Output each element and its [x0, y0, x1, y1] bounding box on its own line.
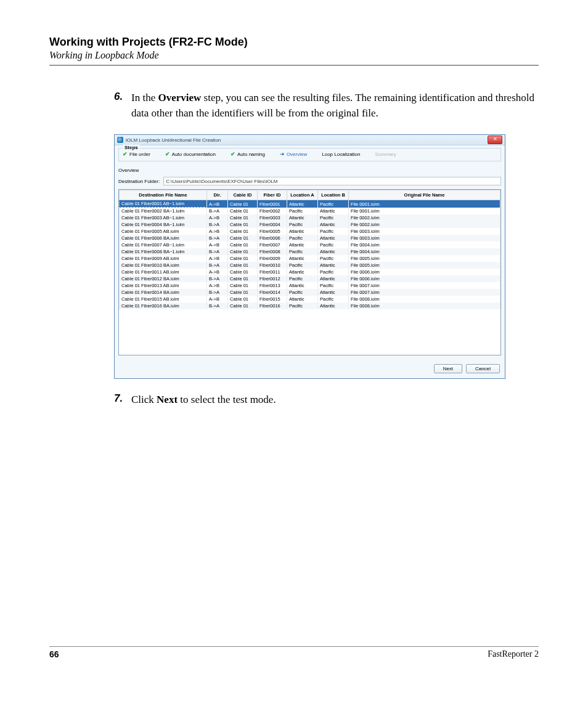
cell: Fiber0011 [258, 269, 287, 275]
close-icon[interactable]: ✕ [488, 136, 502, 144]
table-row[interactable]: Cable 01 Fiber0007 AB~1.iolmA->BCable 01… [120, 241, 500, 248]
cell: Fiber0016 [258, 302, 287, 309]
table-row[interactable]: Cable 01 Fiber0003 AB~1.iolmA->BCable 01… [120, 214, 500, 221]
cell: Fiber0015 [258, 296, 287, 302]
cell: Cable 01 [228, 282, 258, 289]
wizard-window: iOLM Loopback Unidirectional File Creati… [114, 134, 505, 379]
cell: B->A [207, 289, 228, 296]
cell: File 0005.iolm [349, 255, 500, 262]
cell: File 0004.iolm [349, 241, 500, 248]
col-dir[interactable]: Dir. [207, 190, 228, 200]
cell: Cable 01 [228, 275, 258, 282]
cell: B->A [207, 302, 228, 309]
col-destination[interactable]: Destination File Name [120, 190, 207, 200]
cell: A->B [207, 228, 228, 235]
cell: Cable 01 Fiber0012 BA.iolm [120, 275, 207, 282]
col-location-b[interactable]: Location B [318, 190, 349, 200]
cell: File 0005.iolm [349, 262, 500, 269]
table-row[interactable]: Cable 01 Fiber0002 BA~1.iolmB->ACable 01… [120, 208, 500, 215]
col-location-a[interactable]: Location A [287, 190, 318, 200]
cell: Cable 01 Fiber0009 AB.iolm [120, 255, 207, 262]
cell: Atlantic [318, 302, 349, 309]
cell: Pacific [287, 289, 318, 296]
cell: Atlantic [287, 296, 318, 302]
cell: Fiber0005 [258, 228, 287, 235]
cell: Pacific [287, 248, 318, 255]
cell: Fiber0014 [258, 289, 287, 296]
cell: Pacific [287, 208, 318, 215]
cell: Fiber0010 [258, 262, 287, 269]
table-row[interactable]: Cable 01 Fiber0009 AB.iolmA->BCable 01Fi… [120, 255, 500, 262]
cell: Atlantic [287, 200, 318, 208]
cell: Cable 01 Fiber0003 AB~1.iolm [120, 214, 207, 221]
cell: File 0002.iolm [349, 221, 500, 228]
cell: File 0008.iolm [349, 296, 500, 302]
col-cable-id[interactable]: Cable ID [228, 190, 258, 200]
cell: Cable 01 Fiber0002 BA~1.iolm [120, 208, 207, 215]
cell: Fiber0013 [258, 282, 287, 289]
col-fiber-id[interactable]: Fiber ID [258, 190, 287, 200]
table-row[interactable]: Cable 01 Fiber0008 BA~1.iolmB->ACable 01… [120, 248, 500, 255]
page-number: 66 [49, 649, 59, 659]
table-row[interactable]: Cable 01 Fiber0015 AB.iolmA->BCable 01Fi… [120, 296, 500, 302]
wizard-buttons: Next Cancel [115, 360, 505, 378]
destination-folder-input[interactable] [163, 177, 501, 185]
destination-label: Destination Folder: [118, 179, 160, 184]
cell: A->B [207, 214, 228, 221]
cell: Cable 01 Fiber0013 AB.iolm [120, 282, 207, 289]
cell: Cable 01 Fiber0007 AB~1.iolm [120, 241, 207, 248]
cell: Cable 01 Fiber0010 BA.iolm [120, 262, 207, 269]
step-auto-documentation[interactable]: ✔Auto documentation [165, 151, 216, 157]
table-row[interactable]: Cable 01 Fiber0013 AB.iolmA->BCable 01Fi… [120, 282, 500, 289]
cell: A->B [207, 269, 228, 275]
table-row[interactable]: Cable 01 Fiber0006 BA.iolmB->ACable 01Fi… [120, 235, 500, 241]
cell: Cable 01 Fiber0008 BA~1.iolm [120, 248, 207, 255]
table-row[interactable]: Cable 01 Fiber0014 BA.iolmB->ACable 01Fi… [120, 289, 500, 296]
window-title: iOLM Loopback Unidirectional File Creati… [126, 137, 221, 143]
step-text: Click Next to select the test mode. [131, 392, 276, 408]
cell: Cable 01 Fiber0014 BA.iolm [120, 289, 207, 296]
cell: Fiber0012 [258, 275, 287, 282]
overview-label: Overview [118, 168, 501, 173]
cancel-button[interactable]: Cancel [466, 364, 500, 373]
cell: B->A [207, 208, 228, 215]
col-original[interactable]: Original File Name [349, 190, 500, 200]
step-loop-localization[interactable]: Loop Localization [322, 151, 360, 157]
cell: Atlantic [287, 269, 318, 275]
cell: A->B [207, 296, 228, 302]
step-number: 7. [114, 392, 131, 408]
page-footer: 66 FastReporter 2 [49, 646, 539, 659]
table-row[interactable]: Cable 01 Fiber0016 BA.iolmB->ACable 01Fi… [120, 302, 500, 309]
cell: Cable 01 [228, 200, 258, 208]
step-number: 6. [114, 91, 131, 121]
cell: File 0008.iolm [349, 302, 500, 309]
table-row[interactable]: Cable 01 Fiber0005 AB.iolmA->BCable 01Fi… [120, 228, 500, 235]
step-7: 7. Click Next to select the test mode. [114, 392, 539, 408]
cell: Fiber0004 [258, 221, 287, 228]
table-row[interactable]: Cable 01 Fiber0010 BA.iolmB->ACable 01Fi… [120, 262, 500, 269]
cell: Cable 01 Fiber0005 AB.iolm [120, 228, 207, 235]
next-button[interactable]: Next [434, 364, 462, 373]
table-row[interactable]: Cable 01 Fiber0004 BA~1.iolmB->ACable 01… [120, 221, 500, 228]
table-row[interactable]: Cable 01 Fiber0012 BA.iolmB->ACable 01Fi… [120, 275, 500, 282]
cell: Cable 01 [228, 241, 258, 248]
cell: Pacific [318, 214, 349, 221]
header-rule [49, 65, 539, 66]
cell: File 0001.iolm [349, 200, 500, 208]
step-auto-naming[interactable]: ✔Auto naming [231, 151, 265, 157]
cell: Atlantic [318, 248, 349, 255]
check-icon: ✔ [231, 151, 235, 157]
table-row[interactable]: Cable 01 Fiber0011 AB.iolmA->BCable 01Fi… [120, 269, 500, 275]
cell: File 0007.iolm [349, 282, 500, 289]
cell: Atlantic [318, 235, 349, 241]
results-table[interactable]: Destination File Name Dir. Cable ID Fibe… [118, 189, 501, 355]
cell: Fiber0001 [258, 200, 287, 208]
step-overview[interactable]: ➔Overview [280, 151, 307, 157]
cell: Cable 01 [228, 228, 258, 235]
cell: Pacific [318, 255, 349, 262]
cell: Pacific [287, 275, 318, 282]
cell: Pacific [318, 282, 349, 289]
step-file-order[interactable]: ✔File order [123, 151, 150, 157]
table-row[interactable]: Cable 01 Fiber0001 AB~1.iolmA->BCable 01… [120, 200, 500, 208]
arrow-right-icon: ➔ [280, 151, 285, 157]
